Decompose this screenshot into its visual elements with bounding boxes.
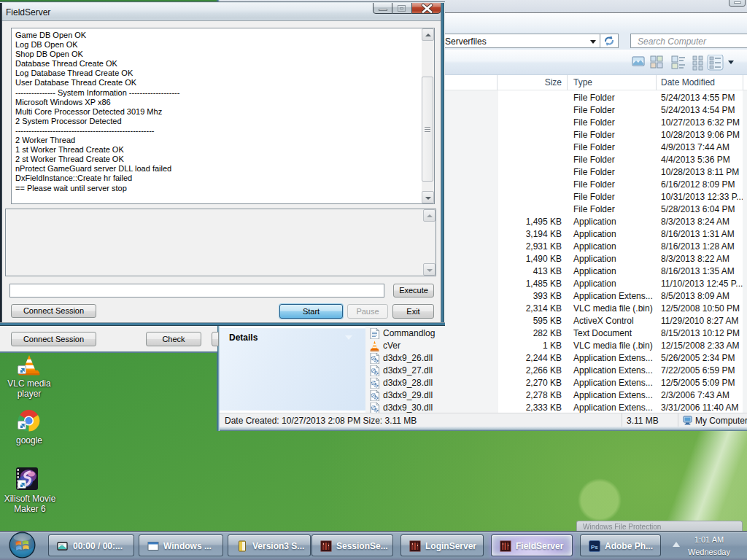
svg-text:Ps: Ps (591, 544, 598, 551)
